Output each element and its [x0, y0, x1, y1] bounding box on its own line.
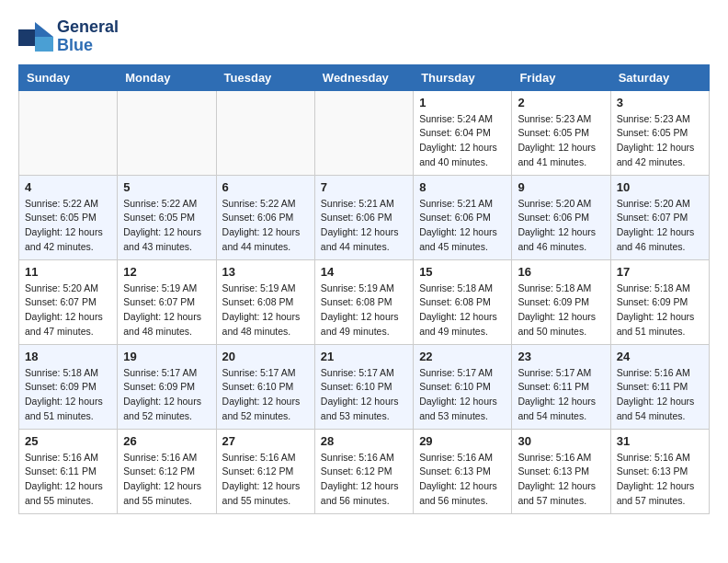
day-header-tuesday: Tuesday: [216, 64, 314, 90]
day-number: 16: [518, 265, 604, 279]
svg-rect-0: [18, 29, 35, 46]
day-info: Sunrise: 5:19 AMSunset: 6:08 PMDaylight:…: [321, 282, 407, 339]
day-number: 31: [617, 434, 703, 448]
day-number: 17: [617, 265, 703, 279]
day-number: 30: [518, 434, 604, 448]
day-number: 1: [419, 96, 506, 109]
svg-marker-1: [35, 22, 53, 37]
day-header-wednesday: Wednesday: [314, 64, 413, 90]
day-number: 15: [419, 265, 506, 279]
calendar-cell: 27Sunrise: 5:16 AMSunset: 6:12 PMDayligh…: [216, 429, 314, 513]
logo-blue: Blue: [57, 37, 119, 55]
calendar-cell: 1Sunrise: 5:24 AMSunset: 6:04 PMDaylight…: [414, 90, 512, 175]
day-number: 20: [222, 350, 309, 363]
logo: General Blue: [18, 18, 119, 55]
day-number: 11: [25, 265, 111, 279]
day-info: Sunrise: 5:19 AMSunset: 6:07 PMDaylight:…: [123, 282, 210, 339]
day-number: 4: [25, 180, 111, 194]
day-info: Sunrise: 5:16 AMSunset: 6:12 PMDaylight:…: [222, 451, 309, 509]
day-number: 6: [222, 180, 309, 194]
day-info: Sunrise: 5:17 AMSunset: 6:10 PMDaylight:…: [419, 366, 506, 424]
day-info: Sunrise: 5:22 AMSunset: 6:05 PMDaylight:…: [123, 197, 210, 255]
day-info: Sunrise: 5:21 AMSunset: 6:06 PMDaylight:…: [419, 197, 506, 255]
day-number: 2: [518, 96, 604, 109]
day-header-friday: Friday: [512, 64, 610, 90]
day-info: Sunrise: 5:20 AMSunset: 6:06 PMDaylight:…: [518, 197, 604, 255]
calendar-cell: [314, 90, 413, 175]
day-info: Sunrise: 5:17 AMSunset: 6:11 PMDaylight:…: [518, 366, 604, 424]
day-info: Sunrise: 5:17 AMSunset: 6:09 PMDaylight:…: [123, 366, 210, 424]
day-info: Sunrise: 5:22 AMSunset: 6:06 PMDaylight:…: [222, 197, 309, 255]
day-number: 14: [321, 265, 407, 279]
day-info: Sunrise: 5:16 AMSunset: 6:11 PMDaylight:…: [25, 451, 111, 509]
calendar-cell: 29Sunrise: 5:16 AMSunset: 6:13 PMDayligh…: [414, 429, 512, 513]
calendar-cell: 21Sunrise: 5:17 AMSunset: 6:10 PMDayligh…: [314, 344, 413, 429]
calendar-cell: 15Sunrise: 5:18 AMSunset: 6:08 PMDayligh…: [414, 259, 512, 344]
day-number: 18: [25, 350, 111, 363]
calendar-cell: 8Sunrise: 5:21 AMSunset: 6:06 PMDaylight…: [414, 175, 512, 259]
day-info: Sunrise: 5:22 AMSunset: 6:05 PMDaylight:…: [25, 197, 111, 255]
calendar-cell: 4Sunrise: 5:22 AMSunset: 6:05 PMDaylight…: [19, 175, 118, 259]
day-header-sunday: Sunday: [19, 64, 118, 90]
day-info: Sunrise: 5:18 AMSunset: 6:09 PMDaylight:…: [518, 282, 604, 339]
day-number: 23: [518, 350, 604, 363]
calendar-cell: 5Sunrise: 5:22 AMSunset: 6:05 PMDaylight…: [118, 175, 216, 259]
calendar-cell: 17Sunrise: 5:18 AMSunset: 6:09 PMDayligh…: [610, 259, 709, 344]
day-info: Sunrise: 5:18 AMSunset: 6:08 PMDaylight:…: [419, 282, 506, 339]
calendar-cell: 18Sunrise: 5:18 AMSunset: 6:09 PMDayligh…: [19, 344, 118, 429]
day-info: Sunrise: 5:23 AMSunset: 6:05 PMDaylight:…: [617, 112, 703, 170]
calendar-cell: 26Sunrise: 5:16 AMSunset: 6:12 PMDayligh…: [118, 429, 216, 513]
day-number: 28: [321, 434, 407, 448]
day-number: 12: [123, 265, 210, 279]
day-info: Sunrise: 5:17 AMSunset: 6:10 PMDaylight:…: [222, 366, 309, 424]
day-info: Sunrise: 5:16 AMSunset: 6:13 PMDaylight:…: [617, 451, 703, 509]
calendar-cell: 30Sunrise: 5:16 AMSunset: 6:13 PMDayligh…: [512, 429, 610, 513]
calendar-cell: 2Sunrise: 5:23 AMSunset: 6:05 PMDaylight…: [512, 90, 610, 175]
day-number: 26: [123, 434, 210, 448]
day-info: Sunrise: 5:23 AMSunset: 6:05 PMDaylight:…: [518, 112, 604, 170]
day-header-thursday: Thursday: [414, 64, 512, 90]
calendar-cell: 24Sunrise: 5:16 AMSunset: 6:11 PMDayligh…: [610, 344, 709, 429]
day-info: Sunrise: 5:16 AMSunset: 6:13 PMDaylight:…: [518, 451, 604, 509]
day-number: 19: [123, 350, 210, 363]
calendar-cell: 10Sunrise: 5:20 AMSunset: 6:07 PMDayligh…: [610, 175, 709, 259]
day-info: Sunrise: 5:16 AMSunset: 6:12 PMDaylight:…: [123, 451, 210, 509]
calendar-cell: 9Sunrise: 5:20 AMSunset: 6:06 PMDaylight…: [512, 175, 610, 259]
calendar-cell: 23Sunrise: 5:17 AMSunset: 6:11 PMDayligh…: [512, 344, 610, 429]
day-info: Sunrise: 5:16 AMSunset: 6:11 PMDaylight:…: [617, 366, 703, 424]
day-info: Sunrise: 5:20 AMSunset: 6:07 PMDaylight:…: [25, 282, 111, 339]
page-header: General Blue: [18, 18, 710, 55]
calendar-cell: 20Sunrise: 5:17 AMSunset: 6:10 PMDayligh…: [216, 344, 314, 429]
day-header-monday: Monday: [118, 64, 216, 90]
day-number: 24: [617, 350, 703, 363]
calendar-cell: 11Sunrise: 5:20 AMSunset: 6:07 PMDayligh…: [19, 259, 118, 344]
calendar-cell: 19Sunrise: 5:17 AMSunset: 6:09 PMDayligh…: [118, 344, 216, 429]
day-info: Sunrise: 5:16 AMSunset: 6:13 PMDaylight:…: [419, 451, 506, 509]
calendar-cell: 16Sunrise: 5:18 AMSunset: 6:09 PMDayligh…: [512, 259, 610, 344]
logo-general: General: [57, 18, 119, 37]
day-header-saturday: Saturday: [610, 64, 709, 90]
day-number: 27: [222, 434, 309, 448]
day-info: Sunrise: 5:19 AMSunset: 6:08 PMDaylight:…: [222, 282, 309, 339]
calendar-table: SundayMondayTuesdayWednesdayThursdayFrid…: [18, 64, 710, 514]
day-info: Sunrise: 5:17 AMSunset: 6:10 PMDaylight:…: [321, 366, 407, 424]
logo-icon: [18, 22, 53, 52]
calendar-cell: 7Sunrise: 5:21 AMSunset: 6:06 PMDaylight…: [314, 175, 413, 259]
calendar-cell: 6Sunrise: 5:22 AMSunset: 6:06 PMDaylight…: [216, 175, 314, 259]
day-info: Sunrise: 5:24 AMSunset: 6:04 PMDaylight:…: [419, 112, 506, 170]
day-number: 5: [123, 180, 210, 194]
day-number: 8: [419, 180, 506, 194]
calendar-cell: 3Sunrise: 5:23 AMSunset: 6:05 PMDaylight…: [610, 90, 709, 175]
day-number: 7: [321, 180, 407, 194]
day-number: 25: [25, 434, 111, 448]
calendar-cell: [118, 90, 216, 175]
day-number: 22: [419, 350, 506, 363]
calendar-cell: 12Sunrise: 5:19 AMSunset: 6:07 PMDayligh…: [118, 259, 216, 344]
calendar-cell: 13Sunrise: 5:19 AMSunset: 6:08 PMDayligh…: [216, 259, 314, 344]
day-number: 3: [617, 96, 703, 109]
day-info: Sunrise: 5:16 AMSunset: 6:12 PMDaylight:…: [321, 451, 407, 509]
svg-marker-2: [35, 37, 53, 52]
day-info: Sunrise: 5:18 AMSunset: 6:09 PMDaylight:…: [25, 366, 111, 424]
calendar-cell: 22Sunrise: 5:17 AMSunset: 6:10 PMDayligh…: [414, 344, 512, 429]
day-number: 21: [321, 350, 407, 363]
